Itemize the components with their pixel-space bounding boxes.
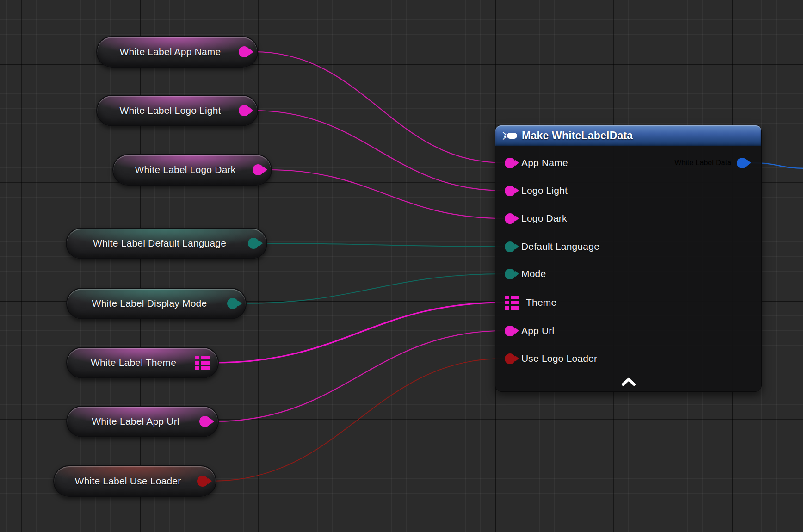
make-input-logo-light-pin[interactable] xyxy=(505,186,515,196)
getter-node-app-name[interactable]: White Label App Name xyxy=(96,36,258,68)
pin-label: App Url xyxy=(521,325,554,336)
make-output-row: White Label Data xyxy=(674,155,747,170)
getter-display-mode-pin[interactable] xyxy=(227,298,238,309)
getter-node-label: White Label Use Loader xyxy=(63,476,192,487)
chevron-up-icon xyxy=(619,377,638,387)
pin-label: Theme xyxy=(526,297,556,308)
wire-getter-logo-dark-pin[interactable] xyxy=(267,170,504,218)
make-input-row: Logo Dark xyxy=(505,211,567,226)
getter-node-logo-dark[interactable]: White Label Logo Dark xyxy=(112,154,272,186)
make-input-mode-pin[interactable] xyxy=(505,269,515,279)
getter-node-default-language[interactable]: White Label Default Language xyxy=(66,228,267,259)
getter-app-name-pin[interactable] xyxy=(239,46,250,57)
wire-getter-app-name-pin[interactable] xyxy=(253,52,504,163)
make-input-row: App Url xyxy=(505,323,554,338)
getter-node-logo-light[interactable]: White Label Logo Light xyxy=(96,95,258,126)
pin-label: Logo Light xyxy=(521,185,568,196)
make-input-row: Theme xyxy=(505,295,556,310)
getter-app-url-pin[interactable] xyxy=(199,416,210,427)
wire-getter-logo-light-pin[interactable] xyxy=(253,111,504,191)
make-input-row: Default Language xyxy=(505,239,599,254)
getter-node-label: White Label App Name xyxy=(106,46,234,57)
make-input-row: App Name xyxy=(505,155,568,170)
make-input-row: Mode xyxy=(505,266,546,281)
pin-label: Default Language xyxy=(521,241,599,252)
pin-label: App Name xyxy=(521,157,568,168)
make-struct-icon: ↘↗ xyxy=(502,131,517,141)
getter-node-label: White Label Display Mode xyxy=(76,298,222,309)
make-input-app-name-pin[interactable] xyxy=(505,158,515,168)
getter-use-loader-pin[interactable] xyxy=(197,476,208,487)
wire-getter-default-language-pin[interactable] xyxy=(263,243,504,247)
make-input-app-url-pin[interactable] xyxy=(505,326,515,336)
pin-label: Use Logo Loader xyxy=(521,353,597,364)
getter-logo-light-pin[interactable] xyxy=(239,105,250,116)
make-input-row: Logo Light xyxy=(505,183,568,198)
getter-node-display-mode[interactable]: White Label Display Mode xyxy=(66,288,247,319)
blueprint-canvas[interactable]: White Label App Name White Label Logo Li… xyxy=(0,0,803,532)
pin-label: Logo Dark xyxy=(521,213,567,224)
make-node-header: ↘↗ Make WhiteLabelData xyxy=(495,125,761,146)
getter-node-label: White Label Theme xyxy=(76,357,191,368)
getter-theme-pin[interactable] xyxy=(195,356,210,370)
getter-logo-dark-pin[interactable] xyxy=(253,164,264,175)
wire-getter-theme-pin[interactable] xyxy=(214,303,504,363)
getter-default-language-pin[interactable] xyxy=(248,238,259,249)
make-input-use-logo-loader-pin[interactable] xyxy=(505,353,515,364)
make-output-white-label-data-pin[interactable] xyxy=(737,158,747,168)
make-input-logo-dark-pin[interactable] xyxy=(505,213,515,224)
make-whitelabeldata-node[interactable]: ↘↗ Make WhiteLabelData App Name Logo Lig… xyxy=(495,125,762,392)
wire-getter-display-mode-pin[interactable] xyxy=(242,274,504,303)
getter-node-label: White Label App Url xyxy=(76,416,195,427)
collapse-chevron-button[interactable] xyxy=(495,375,761,389)
getter-node-use-loader[interactable]: White Label Use Loader xyxy=(53,465,216,497)
pin-label: Mode xyxy=(521,268,546,279)
make-input-theme-pin[interactable] xyxy=(505,296,520,310)
getter-node-label: White Label Default Language xyxy=(76,238,243,249)
getter-node-label: White Label Logo Light xyxy=(106,105,234,116)
getter-node-app-url[interactable]: White Label App Url xyxy=(66,406,219,437)
getter-node-theme[interactable]: White Label Theme xyxy=(66,347,219,378)
make-node-title: Make WhiteLabelData xyxy=(522,130,633,142)
make-input-row: Use Logo Loader xyxy=(505,351,597,366)
getter-node-label: White Label Logo Dark xyxy=(123,164,248,175)
make-input-default-language-pin[interactable] xyxy=(505,241,515,252)
pin-label: White Label Data xyxy=(674,159,731,167)
wire-getter-app-url-pin[interactable] xyxy=(214,331,504,421)
